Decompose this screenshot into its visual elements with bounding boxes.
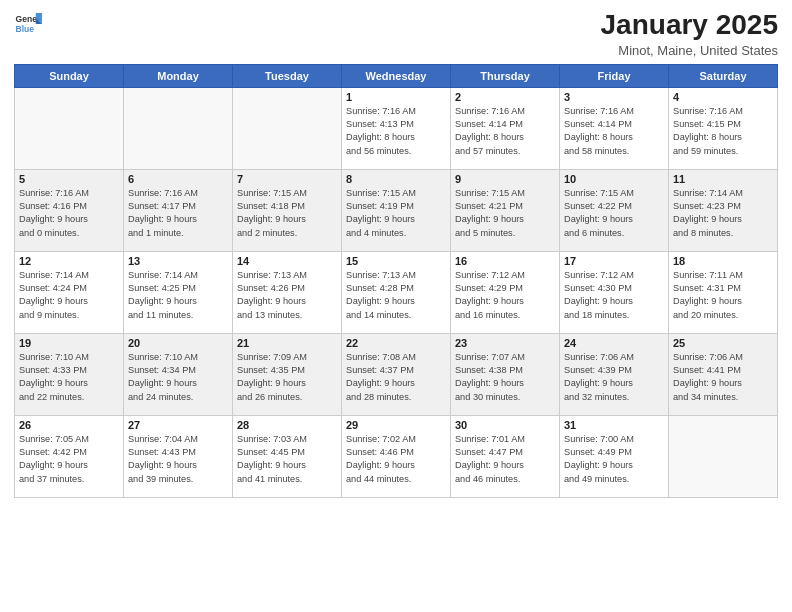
- day-info: Sunrise: 7:10 AM Sunset: 4:33 PM Dayligh…: [19, 351, 119, 404]
- calendar-cell: 2Sunrise: 7:16 AM Sunset: 4:14 PM Daylig…: [451, 87, 560, 169]
- calendar-cell: [669, 415, 778, 497]
- day-info: Sunrise: 7:10 AM Sunset: 4:34 PM Dayligh…: [128, 351, 228, 404]
- day-number: 15: [346, 255, 446, 267]
- calendar-cell: 21Sunrise: 7:09 AM Sunset: 4:35 PM Dayli…: [233, 333, 342, 415]
- day-number: 3: [564, 91, 664, 103]
- weekday-header-row: Sunday Monday Tuesday Wednesday Thursday…: [15, 64, 778, 87]
- calendar-cell: 15Sunrise: 7:13 AM Sunset: 4:28 PM Dayli…: [342, 251, 451, 333]
- day-number: 16: [455, 255, 555, 267]
- calendar-cell: 11Sunrise: 7:14 AM Sunset: 4:23 PM Dayli…: [669, 169, 778, 251]
- day-info: Sunrise: 7:09 AM Sunset: 4:35 PM Dayligh…: [237, 351, 337, 404]
- day-number: 1: [346, 91, 446, 103]
- calendar-cell: 26Sunrise: 7:05 AM Sunset: 4:42 PM Dayli…: [15, 415, 124, 497]
- calendar-cell: 12Sunrise: 7:14 AM Sunset: 4:24 PM Dayli…: [15, 251, 124, 333]
- day-info: Sunrise: 7:07 AM Sunset: 4:38 PM Dayligh…: [455, 351, 555, 404]
- day-number: 2: [455, 91, 555, 103]
- calendar-cell: [233, 87, 342, 169]
- day-info: Sunrise: 7:06 AM Sunset: 4:39 PM Dayligh…: [564, 351, 664, 404]
- day-info: Sunrise: 7:15 AM Sunset: 4:21 PM Dayligh…: [455, 187, 555, 240]
- day-info: Sunrise: 7:05 AM Sunset: 4:42 PM Dayligh…: [19, 433, 119, 486]
- calendar-cell: 9Sunrise: 7:15 AM Sunset: 4:21 PM Daylig…: [451, 169, 560, 251]
- day-number: 5: [19, 173, 119, 185]
- logo: General Blue: [14, 10, 42, 38]
- day-number: 14: [237, 255, 337, 267]
- day-number: 23: [455, 337, 555, 349]
- logo-icon: General Blue: [14, 10, 42, 38]
- day-info: Sunrise: 7:06 AM Sunset: 4:41 PM Dayligh…: [673, 351, 773, 404]
- week-row-2: 5Sunrise: 7:16 AM Sunset: 4:16 PM Daylig…: [15, 169, 778, 251]
- day-number: 4: [673, 91, 773, 103]
- calendar-cell: 22Sunrise: 7:08 AM Sunset: 4:37 PM Dayli…: [342, 333, 451, 415]
- day-number: 27: [128, 419, 228, 431]
- calendar-cell: 30Sunrise: 7:01 AM Sunset: 4:47 PM Dayli…: [451, 415, 560, 497]
- calendar-cell: 14Sunrise: 7:13 AM Sunset: 4:26 PM Dayli…: [233, 251, 342, 333]
- page-container: General Blue January 2025 Minot, Maine, …: [0, 0, 792, 506]
- day-info: Sunrise: 7:01 AM Sunset: 4:47 PM Dayligh…: [455, 433, 555, 486]
- day-number: 24: [564, 337, 664, 349]
- day-info: Sunrise: 7:12 AM Sunset: 4:29 PM Dayligh…: [455, 269, 555, 322]
- day-number: 10: [564, 173, 664, 185]
- calendar-cell: 1Sunrise: 7:16 AM Sunset: 4:13 PM Daylig…: [342, 87, 451, 169]
- day-number: 19: [19, 337, 119, 349]
- day-number: 7: [237, 173, 337, 185]
- week-row-1: 1Sunrise: 7:16 AM Sunset: 4:13 PM Daylig…: [15, 87, 778, 169]
- month-title: January 2025: [601, 10, 778, 41]
- header-tuesday: Tuesday: [233, 64, 342, 87]
- calendar-cell: 20Sunrise: 7:10 AM Sunset: 4:34 PM Dayli…: [124, 333, 233, 415]
- day-info: Sunrise: 7:12 AM Sunset: 4:30 PM Dayligh…: [564, 269, 664, 322]
- day-info: Sunrise: 7:15 AM Sunset: 4:18 PM Dayligh…: [237, 187, 337, 240]
- day-number: 11: [673, 173, 773, 185]
- day-number: 18: [673, 255, 773, 267]
- day-info: Sunrise: 7:16 AM Sunset: 4:16 PM Dayligh…: [19, 187, 119, 240]
- calendar-cell: 5Sunrise: 7:16 AM Sunset: 4:16 PM Daylig…: [15, 169, 124, 251]
- calendar-cell: 4Sunrise: 7:16 AM Sunset: 4:15 PM Daylig…: [669, 87, 778, 169]
- day-number: 17: [564, 255, 664, 267]
- day-info: Sunrise: 7:16 AM Sunset: 4:15 PM Dayligh…: [673, 105, 773, 158]
- location-title: Minot, Maine, United States: [601, 43, 778, 58]
- header-monday: Monday: [124, 64, 233, 87]
- day-number: 8: [346, 173, 446, 185]
- day-number: 25: [673, 337, 773, 349]
- calendar-cell: 28Sunrise: 7:03 AM Sunset: 4:45 PM Dayli…: [233, 415, 342, 497]
- calendar-cell: 17Sunrise: 7:12 AM Sunset: 4:30 PM Dayli…: [560, 251, 669, 333]
- day-info: Sunrise: 7:13 AM Sunset: 4:28 PM Dayligh…: [346, 269, 446, 322]
- day-number: 28: [237, 419, 337, 431]
- day-info: Sunrise: 7:14 AM Sunset: 4:25 PM Dayligh…: [128, 269, 228, 322]
- svg-text:Blue: Blue: [16, 24, 35, 34]
- day-info: Sunrise: 7:15 AM Sunset: 4:19 PM Dayligh…: [346, 187, 446, 240]
- day-number: 22: [346, 337, 446, 349]
- calendar-cell: 10Sunrise: 7:15 AM Sunset: 4:22 PM Dayli…: [560, 169, 669, 251]
- day-info: Sunrise: 7:16 AM Sunset: 4:14 PM Dayligh…: [455, 105, 555, 158]
- day-info: Sunrise: 7:04 AM Sunset: 4:43 PM Dayligh…: [128, 433, 228, 486]
- calendar-cell: 29Sunrise: 7:02 AM Sunset: 4:46 PM Dayli…: [342, 415, 451, 497]
- calendar-cell: 8Sunrise: 7:15 AM Sunset: 4:19 PM Daylig…: [342, 169, 451, 251]
- day-info: Sunrise: 7:13 AM Sunset: 4:26 PM Dayligh…: [237, 269, 337, 322]
- week-row-5: 26Sunrise: 7:05 AM Sunset: 4:42 PM Dayli…: [15, 415, 778, 497]
- day-number: 31: [564, 419, 664, 431]
- calendar-cell: 23Sunrise: 7:07 AM Sunset: 4:38 PM Dayli…: [451, 333, 560, 415]
- calendar-cell: 19Sunrise: 7:10 AM Sunset: 4:33 PM Dayli…: [15, 333, 124, 415]
- calendar-cell: [124, 87, 233, 169]
- header-wednesday: Wednesday: [342, 64, 451, 87]
- header-friday: Friday: [560, 64, 669, 87]
- day-number: 21: [237, 337, 337, 349]
- calendar-cell: 18Sunrise: 7:11 AM Sunset: 4:31 PM Dayli…: [669, 251, 778, 333]
- day-number: 26: [19, 419, 119, 431]
- day-info: Sunrise: 7:11 AM Sunset: 4:31 PM Dayligh…: [673, 269, 773, 322]
- calendar-cell: 27Sunrise: 7:04 AM Sunset: 4:43 PM Dayli…: [124, 415, 233, 497]
- calendar-table: Sunday Monday Tuesday Wednesday Thursday…: [14, 64, 778, 498]
- day-info: Sunrise: 7:16 AM Sunset: 4:14 PM Dayligh…: [564, 105, 664, 158]
- day-info: Sunrise: 7:02 AM Sunset: 4:46 PM Dayligh…: [346, 433, 446, 486]
- day-number: 13: [128, 255, 228, 267]
- day-info: Sunrise: 7:03 AM Sunset: 4:45 PM Dayligh…: [237, 433, 337, 486]
- calendar-cell: 24Sunrise: 7:06 AM Sunset: 4:39 PM Dayli…: [560, 333, 669, 415]
- week-row-3: 12Sunrise: 7:14 AM Sunset: 4:24 PM Dayli…: [15, 251, 778, 333]
- day-number: 29: [346, 419, 446, 431]
- header-sunday: Sunday: [15, 64, 124, 87]
- header: General Blue January 2025 Minot, Maine, …: [14, 10, 778, 58]
- day-info: Sunrise: 7:15 AM Sunset: 4:22 PM Dayligh…: [564, 187, 664, 240]
- header-saturday: Saturday: [669, 64, 778, 87]
- day-info: Sunrise: 7:00 AM Sunset: 4:49 PM Dayligh…: [564, 433, 664, 486]
- title-block: January 2025 Minot, Maine, United States: [601, 10, 778, 58]
- day-info: Sunrise: 7:16 AM Sunset: 4:17 PM Dayligh…: [128, 187, 228, 240]
